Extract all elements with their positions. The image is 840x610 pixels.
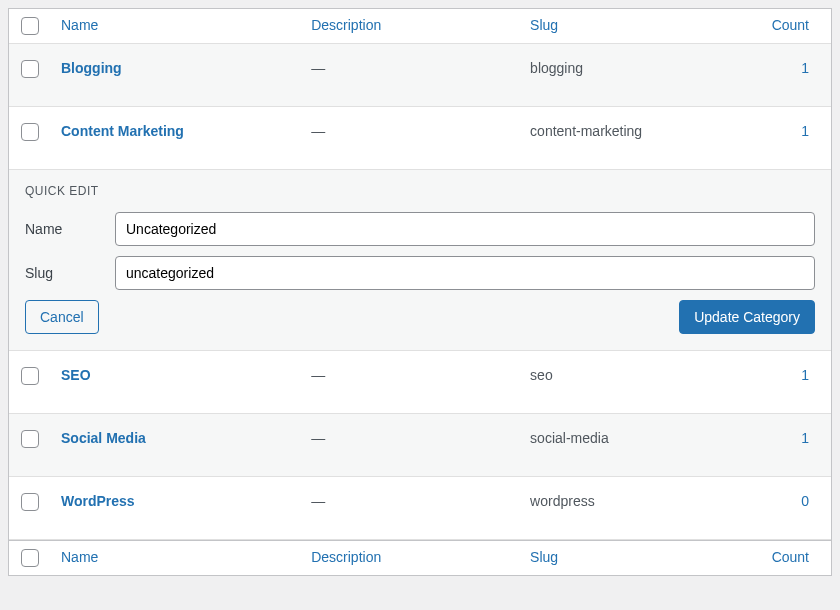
category-name-link[interactable]: WordPress	[61, 493, 135, 509]
column-header-description[interactable]: Description	[311, 17, 381, 33]
category-name-link[interactable]: Social Media	[61, 430, 146, 446]
category-count-link[interactable]: 0	[801, 493, 809, 509]
category-count-link[interactable]: 1	[801, 60, 809, 76]
quick-edit-slug-label: Slug	[25, 265, 115, 281]
category-name-link[interactable]: SEO	[61, 367, 91, 383]
cancel-button[interactable]: Cancel	[25, 300, 99, 334]
category-description: —	[311, 493, 325, 509]
table-row: Blogging — blogging 1	[9, 44, 831, 107]
column-footer-count[interactable]: Count	[772, 549, 809, 565]
row-checkbox[interactable]	[21, 493, 39, 511]
category-slug: content-marketing	[530, 123, 642, 139]
quick-edit-name-label: Name	[25, 221, 115, 237]
quick-edit-name-input[interactable]	[115, 212, 815, 246]
row-checkbox[interactable]	[21, 60, 39, 78]
column-header-count[interactable]: Count	[772, 17, 809, 33]
category-slug: social-media	[530, 430, 609, 446]
quick-edit-title: QUICK EDIT	[25, 184, 815, 198]
table-row: WordPress — wordpress 0	[9, 477, 831, 540]
update-category-button[interactable]: Update Category	[679, 300, 815, 334]
category-description: —	[311, 123, 325, 139]
category-description: —	[311, 60, 325, 76]
categories-table: Name Description Slug Count Blogging — b…	[8, 8, 832, 576]
column-header-slug[interactable]: Slug	[530, 17, 558, 33]
category-name-link[interactable]: Content Marketing	[61, 123, 184, 139]
category-count-link[interactable]: 1	[801, 367, 809, 383]
select-all-checkbox[interactable]	[21, 17, 39, 35]
category-slug: seo	[530, 367, 553, 383]
table-row: Content Marketing — content-marketing 1	[9, 107, 831, 170]
category-slug: wordpress	[530, 493, 595, 509]
category-description: —	[311, 430, 325, 446]
table-row: SEO — seo 1	[9, 351, 831, 414]
select-all-checkbox-footer[interactable]	[21, 549, 39, 567]
column-header-name[interactable]: Name	[61, 17, 98, 33]
column-footer-name[interactable]: Name	[61, 549, 98, 565]
column-footer-slug[interactable]: Slug	[530, 549, 558, 565]
table-footer-row: Name Description Slug Count	[9, 540, 831, 575]
category-count-link[interactable]: 1	[801, 123, 809, 139]
category-name-link[interactable]: Blogging	[61, 60, 122, 76]
row-checkbox[interactable]	[21, 367, 39, 385]
category-slug: blogging	[530, 60, 583, 76]
row-checkbox[interactable]	[21, 123, 39, 141]
column-footer-description[interactable]: Description	[311, 549, 381, 565]
row-checkbox[interactable]	[21, 430, 39, 448]
category-count-link[interactable]: 1	[801, 430, 809, 446]
select-all-cell	[21, 17, 61, 35]
quick-edit-panel: QUICK EDIT Name Slug Cancel Update Categ…	[9, 170, 831, 351]
quick-edit-slug-input[interactable]	[115, 256, 815, 290]
table-row: Social Media — social-media 1	[9, 414, 831, 477]
category-description: —	[311, 367, 325, 383]
table-header-row: Name Description Slug Count	[9, 9, 831, 44]
